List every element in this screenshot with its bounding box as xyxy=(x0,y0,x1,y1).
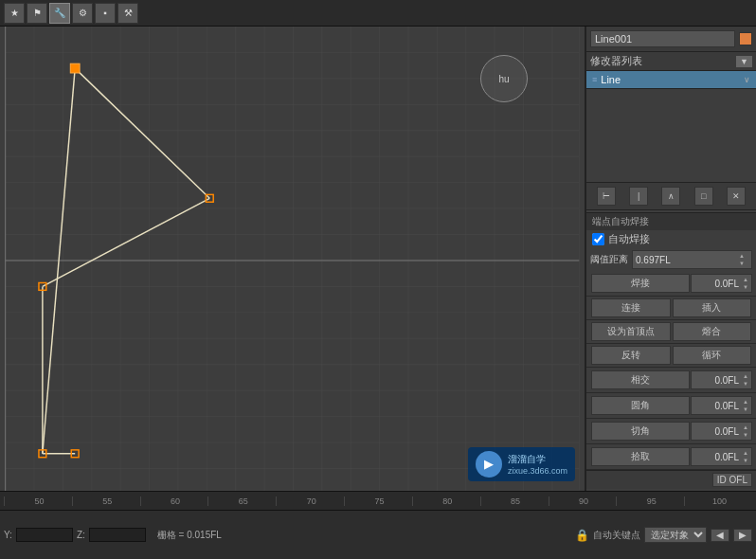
watermark-logo: ▶ xyxy=(476,451,502,478)
top-toolbar: ★ ⚑ 🔧 ⚙ ▪ ⚒ xyxy=(0,0,756,27)
watermark-info: 溜溜自学 zixue.3d66.com xyxy=(508,453,567,476)
cycle-btn[interactable]: 循环 xyxy=(673,346,752,365)
auto-weld-checkbox[interactable] xyxy=(592,233,604,245)
intersect-spinner[interactable]: ▲ ▼ xyxy=(739,372,748,388)
y-label: Y: xyxy=(4,530,12,540)
threshold-label: 阈值距离 xyxy=(590,253,628,266)
top-area: hu ▶ 溜溜自学 zixue.3d66.com 修改器列表 xyxy=(0,27,756,491)
tick-55: 55 xyxy=(72,496,140,506)
tick-60: 60 xyxy=(140,496,208,506)
viewport-nav[interactable]: hu xyxy=(480,55,528,102)
lock-icon: 🔒 xyxy=(575,529,589,542)
properties-panel: 端点自动焊接 自动焊接 阈值距离 0.697FL ▲ ▼ xyxy=(586,210,756,491)
pickup-spinner[interactable]: ▲ ▼ xyxy=(739,449,748,464)
tick-70: 70 xyxy=(276,496,344,506)
main-container: ★ ⚑ 🔧 ⚙ ▪ ⚒ xyxy=(0,0,756,559)
watermark-url: zixue.3d66.com xyxy=(508,466,567,476)
modifier-list-label: 修改器列表 xyxy=(590,54,642,68)
auto-weld-label: 自动焊接 xyxy=(608,232,650,246)
pin-icon[interactable]: ⊢ xyxy=(597,187,616,206)
intersect-value[interactable]: 0.0FL ▲ ▼ xyxy=(691,370,752,389)
section-title-auto-weld: 端点自动焊接 xyxy=(586,212,756,230)
connect-insert-row: 连接 插入 xyxy=(586,297,756,320)
tick-95: 95 xyxy=(616,496,684,506)
rp-header xyxy=(586,27,756,52)
grid-label: 栅格 = 0.015FL xyxy=(157,529,222,542)
modifier-stack-area xyxy=(586,89,756,182)
chamfer-row: 切角 0.0FL ▲ ▼ xyxy=(586,419,756,444)
nav-right-btn[interactable]: ▶ xyxy=(733,529,752,542)
toolbar-hammer-btn[interactable]: ⚒ xyxy=(117,3,138,24)
fillet-btn[interactable]: 圆角 xyxy=(591,396,690,415)
fillet-row: 圆角 0.0FL ▲ ▼ xyxy=(586,393,756,419)
pickup-btn[interactable]: 拾取 xyxy=(591,447,690,466)
insert-btn[interactable]: 插入 xyxy=(673,298,752,317)
setfirst-btn[interactable]: 设为首顶点 xyxy=(591,322,671,341)
fuse-btn[interactable]: 熔合 xyxy=(673,322,752,341)
fillet-value[interactable]: 0.0FL ▲ ▼ xyxy=(691,396,752,415)
separator-icon[interactable]: | xyxy=(629,187,648,206)
reverse-btn[interactable]: 反转 xyxy=(591,346,671,365)
watermark: ▶ 溜溜自学 zixue.3d66.com xyxy=(468,447,575,481)
tick-80: 80 xyxy=(412,496,480,506)
weld-value[interactable]: 0.0FL ▲ ▼ xyxy=(691,274,752,293)
threshold-spinner[interactable]: ▲ ▼ xyxy=(739,252,748,267)
status-bar: Y: Z: 栅格 = 0.015FL 🔒 自动关键点 选定对象 ◀ ▶ xyxy=(0,510,756,559)
modifier-item-arrow: ∨ xyxy=(744,75,750,84)
viewport[interactable]: hu ▶ 溜溜自学 zixue.3d66.com xyxy=(0,27,585,491)
viewport-nav-label: hu xyxy=(498,74,509,84)
threshold-value[interactable]: 0.697FL ▲ ▼ xyxy=(632,250,752,269)
object-color-box[interactable] xyxy=(739,32,752,45)
tick-85: 85 xyxy=(480,496,549,506)
weld-row: 焊接 0.0FL ▲ ▼ xyxy=(586,271,756,297)
id-ofl-label: ID OFL xyxy=(712,473,752,487)
nav-left-btn[interactable]: ◀ xyxy=(711,529,729,542)
modifier-item-label: Line xyxy=(597,74,744,85)
chamfer-spinner[interactable]: ▲ ▼ xyxy=(739,424,748,439)
toolbar-box-btn[interactable]: ▪ xyxy=(95,3,116,24)
chamfer-btn[interactable]: 切角 xyxy=(591,422,690,441)
timeline-ruler: 50 55 60 65 70 75 80 85 90 95 100 xyxy=(0,491,756,510)
auto-weld-row: 自动焊接 xyxy=(586,230,756,248)
pickup-value[interactable]: 0.0FL ▲ ▼ xyxy=(691,447,752,466)
pickup-row: 拾取 0.0FL ▲ ▼ xyxy=(586,444,756,470)
fillet-spinner[interactable]: ▲ ▼ xyxy=(739,398,748,413)
z-input[interactable] xyxy=(89,528,146,542)
tick-90: 90 xyxy=(549,496,617,506)
setfirst-fuse-row: 设为首顶点 熔合 xyxy=(586,320,756,344)
connect-btn[interactable]: 连接 xyxy=(591,298,671,317)
threshold-row: 阈值距离 0.697FL ▲ ▼ xyxy=(586,248,756,271)
toolbar-gear-btn[interactable]: ⚙ xyxy=(72,3,93,24)
reverse-cycle-row: 反转 循环 xyxy=(586,344,756,368)
z-label: Z: xyxy=(77,530,85,540)
weld-btn[interactable]: 焊接 xyxy=(591,274,690,293)
intersect-btn[interactable]: 相交 xyxy=(591,370,690,389)
weld-spinner[interactable]: ▲ ▼ xyxy=(739,276,748,291)
select-mode-dropdown[interactable]: 选定对象 xyxy=(644,527,707,543)
tick-100: 100 xyxy=(684,496,752,506)
toolbar-star-btn[interactable]: ★ xyxy=(4,3,25,24)
trash-icon[interactable]: ✕ xyxy=(727,187,746,206)
toolbar-modify-btn[interactable]: 🔧 xyxy=(49,3,70,24)
id-ofl-row: ID OFL xyxy=(586,470,756,489)
y-input[interactable] xyxy=(16,528,73,542)
watermark-title: 溜溜自学 xyxy=(508,453,567,466)
tick-65: 65 xyxy=(207,496,276,506)
up-icon[interactable]: ∧ xyxy=(661,187,680,206)
modifier-dropdown-arrow[interactable]: ▼ xyxy=(736,56,752,67)
tick-50: 50 xyxy=(4,496,72,506)
chamfer-value[interactable]: 0.0FL ▲ ▼ xyxy=(691,422,752,441)
copy-icon[interactable]: □ xyxy=(694,187,713,206)
object-name-input[interactable] xyxy=(590,30,735,47)
modifier-icon-row: ⊢ | ∧ □ ✕ xyxy=(586,182,756,210)
svg-rect-53 xyxy=(70,63,80,73)
tick-75: 75 xyxy=(344,496,412,506)
intersect-row: 相交 0.0FL ▲ ▼ xyxy=(586,368,756,393)
modifier-stack-item[interactable]: ≡ Line ∨ xyxy=(586,71,756,89)
modifier-list-row: 修改器列表 ▼ xyxy=(586,52,756,71)
right-panel: 修改器列表 ▼ ≡ Line ∨ ⊢ | ∧ □ ✕ xyxy=(585,27,756,491)
toolbar-flag-btn[interactable]: ⚑ xyxy=(27,3,47,24)
auto-key-label: 自动关键点 xyxy=(593,529,640,542)
